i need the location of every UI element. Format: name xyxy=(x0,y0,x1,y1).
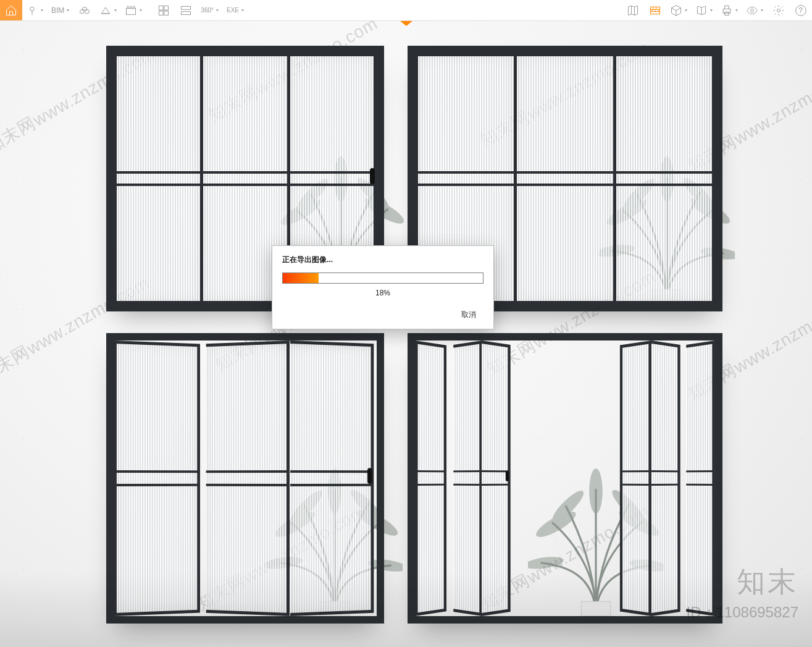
door-panel xyxy=(206,340,290,616)
door-panel xyxy=(415,340,446,616)
door-bottom-right-folding-open xyxy=(408,333,722,624)
wall-icon xyxy=(649,4,661,17)
svg-point-15 xyxy=(777,9,780,12)
gear-icon xyxy=(772,4,785,17)
door-panel xyxy=(114,340,200,616)
help-button[interactable]: ? xyxy=(790,0,812,20)
binoculars-icon xyxy=(78,4,91,17)
home-icon xyxy=(5,4,17,17)
top-toolbar: ▾ BIM ▾ ▾ ▾ 360° ▾ EXE ▾ xyxy=(0,0,812,21)
svg-rect-4 xyxy=(159,6,163,10)
section-icon xyxy=(99,4,112,17)
door-panel xyxy=(620,340,651,616)
tile-b-button[interactable] xyxy=(175,0,197,20)
toolbar-notch-indicator xyxy=(400,21,412,26)
print-icon xyxy=(721,4,733,17)
cube-icon xyxy=(670,4,682,17)
door-handle xyxy=(367,468,372,483)
chevron-down-icon: ▾ xyxy=(685,7,687,13)
viewport-3d[interactable]: 知末网www.znzmo.com 知末网www.znzmo.com 知末网www… xyxy=(0,21,812,647)
section-button[interactable]: ▾ xyxy=(96,0,121,20)
svg-point-0 xyxy=(30,7,35,11)
door-handle xyxy=(506,470,509,481)
door-bottom-left-folding-partial xyxy=(106,333,384,624)
clapper-icon xyxy=(125,4,137,17)
svg-point-14 xyxy=(751,9,754,12)
cancel-button[interactable]: 取消 xyxy=(454,307,483,323)
tile-a-button[interactable] xyxy=(153,0,175,20)
map-icon xyxy=(627,4,639,17)
print-button[interactable]: ▾ xyxy=(717,0,742,20)
settings-button[interactable] xyxy=(768,0,790,20)
door-panel xyxy=(453,340,482,616)
binoculars-button[interactable] xyxy=(73,0,96,20)
chevron-down-icon: ▾ xyxy=(710,7,713,13)
door-panel xyxy=(651,340,680,616)
svg-rect-6 xyxy=(159,11,163,15)
chevron-down-icon: ▾ xyxy=(114,7,117,13)
deg360-button[interactable]: 360° ▾ xyxy=(197,0,223,20)
chevron-down-icon: ▾ xyxy=(735,7,738,13)
toolbar-left-group: ▾ BIM ▾ ▾ ▾ 360° ▾ EXE ▾ xyxy=(0,0,248,20)
visibility-button[interactable]: ▾ xyxy=(742,0,768,20)
door-panel xyxy=(114,53,203,304)
home-button[interactable] xyxy=(0,0,22,20)
pin-button[interactable]: ▾ xyxy=(22,0,48,20)
eye-icon xyxy=(746,4,758,17)
toolbar-right-group: ▾ ▾ ▾ ▾ ? xyxy=(622,0,812,20)
dialog-title: 正在导出图像... xyxy=(282,255,483,265)
exe-button[interactable]: EXE ▾ xyxy=(223,0,248,20)
door-panels xyxy=(114,340,377,616)
help-label: ? xyxy=(798,6,803,15)
export-progress-dialog: 正在导出图像... 18% 取消 xyxy=(272,245,494,329)
door-panel xyxy=(687,340,715,616)
chevron-down-icon: ▾ xyxy=(41,7,43,13)
map-button[interactable] xyxy=(622,0,644,20)
bim-label: BIM xyxy=(51,6,64,15)
deg360-label: 360° xyxy=(201,7,214,14)
book-icon xyxy=(695,4,708,17)
door-fold-stack-right xyxy=(616,340,715,616)
chevron-down-icon: ▾ xyxy=(761,7,763,13)
tile-b-icon xyxy=(180,4,192,17)
chevron-down-icon: ▾ xyxy=(67,7,69,13)
svg-rect-5 xyxy=(164,6,169,10)
svg-rect-8 xyxy=(181,6,190,9)
svg-rect-13 xyxy=(725,12,729,15)
door-panel xyxy=(616,53,715,304)
chevron-down-icon: ▾ xyxy=(140,7,142,13)
pin-icon xyxy=(26,4,38,17)
door-panel xyxy=(482,340,510,616)
clapper-button[interactable]: ▾ xyxy=(121,0,146,20)
door-handle xyxy=(370,168,375,184)
progress-percent-label: 18% xyxy=(282,289,483,297)
progress-bar xyxy=(282,273,483,284)
svg-rect-7 xyxy=(164,11,169,15)
bim-button[interactable]: BIM ▾ xyxy=(48,0,73,20)
tile-a-icon xyxy=(157,4,170,17)
svg-rect-3 xyxy=(127,8,136,14)
chevron-down-icon: ▾ xyxy=(216,7,219,13)
svg-rect-12 xyxy=(725,6,729,9)
svg-rect-11 xyxy=(723,9,730,13)
wall-button[interactable] xyxy=(644,0,666,20)
progress-bar-fill xyxy=(283,273,319,283)
door-panel xyxy=(290,340,374,616)
chevron-down-icon: ▾ xyxy=(241,7,244,13)
cube-button[interactable]: ▾ xyxy=(666,0,692,20)
book-button[interactable]: ▾ xyxy=(692,0,717,20)
door-fold-stack-left xyxy=(415,340,514,616)
svg-rect-9 xyxy=(181,11,190,14)
door-panel xyxy=(517,53,616,304)
exe-label: EXE xyxy=(227,7,239,14)
